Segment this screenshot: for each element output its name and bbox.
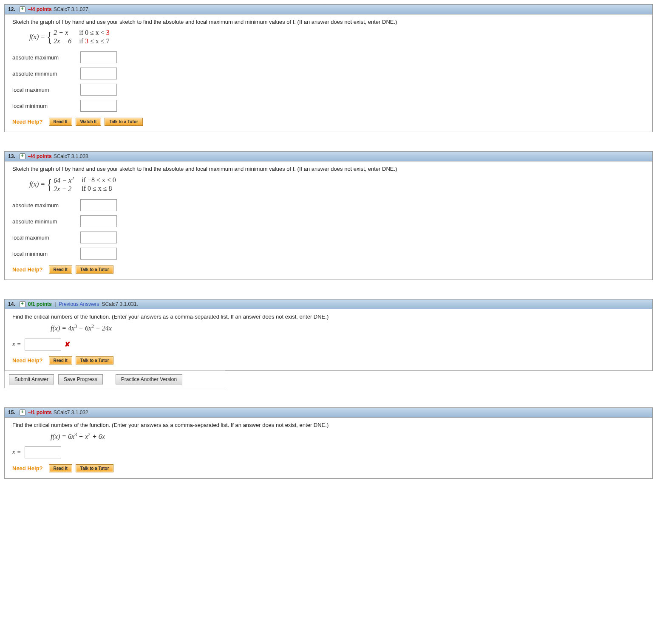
locmax-input[interactable] — [80, 232, 117, 243]
absmin-label: absolute minimum — [12, 218, 80, 225]
absmax-input[interactable] — [80, 199, 117, 211]
save-progress-button[interactable]: Save Progress — [58, 374, 103, 384]
x-equals-label: x = — [12, 341, 21, 348]
talk-tutor-button[interactable]: Talk to a Tutor — [76, 464, 113, 472]
function-equation: f(x) = 6x3 + x2 + 6x — [51, 432, 645, 441]
locmin-label: local minimum — [12, 103, 80, 109]
read-it-button[interactable]: Read It — [49, 266, 72, 274]
piece-1: 64 − x2 — [54, 175, 74, 185]
submit-answer-button[interactable]: Submit Answer — [9, 374, 54, 384]
need-help-label: Need Help? — [12, 357, 43, 364]
absmin-input[interactable] — [80, 68, 117, 79]
x-equals-label: x = — [12, 449, 21, 456]
x-input[interactable] — [25, 446, 61, 458]
absmax-label: absolute maximum — [12, 202, 80, 209]
locmin-label: local minimum — [12, 251, 80, 257]
question-number: 13. — [8, 153, 15, 159]
question-header: 14. + 0/1 points | Previous Answers SCal… — [5, 299, 652, 309]
locmax-label: local maximum — [12, 234, 80, 241]
read-it-button[interactable]: Read It — [49, 464, 72, 472]
practice-another-button[interactable]: Practice Another Version — [116, 374, 182, 384]
question-ref: SCalc7 3.1.027. — [54, 6, 90, 12]
question-ref: SCalc7 3.1.032. — [54, 410, 90, 415]
previous-answers-link[interactable]: Previous Answers — [59, 301, 99, 307]
question-15: 15. + –/1 points SCalc7 3.1.032. Find th… — [4, 407, 653, 479]
brace-icon: { — [47, 30, 51, 44]
watch-it-button[interactable]: Watch It — [76, 118, 102, 126]
question-footer: Submit Answer Save Progress Practice Ano… — [4, 370, 225, 388]
expand-icon[interactable]: + — [20, 410, 25, 415]
need-help-label: Need Help? — [12, 465, 43, 472]
question-header: 15. + –/1 points SCalc7 3.1.032. — [5, 408, 652, 418]
expand-icon[interactable]: + — [20, 153, 25, 159]
question-header: 13. + –/4 points SCalc7 3.1.028. — [5, 152, 652, 161]
question-number: 14. — [8, 301, 15, 307]
expand-icon[interactable]: + — [20, 6, 25, 12]
piece-2: 2x − 2 — [54, 185, 74, 193]
fx-label: f(x) = — [29, 33, 45, 41]
locmax-input[interactable] — [80, 84, 117, 96]
points-label: –/1 points — [28, 410, 52, 415]
piece-1: 2 − x — [54, 28, 71, 37]
need-help-label: Need Help? — [12, 119, 43, 125]
instruction-text: Sketch the graph of f by hand and use yo… — [12, 19, 645, 25]
talk-tutor-button[interactable]: Talk to a Tutor — [76, 356, 113, 364]
cond-1: if −8 ≤ x < 0 — [82, 176, 116, 184]
expand-icon[interactable]: + — [20, 301, 25, 307]
cond-2: if 3 ≤ x ≤ 7 — [79, 37, 110, 45]
locmax-label: local maximum — [12, 87, 80, 93]
read-it-button[interactable]: Read It — [49, 118, 72, 126]
instruction-text: Find the critical numbers of the functio… — [12, 314, 645, 320]
absmin-input[interactable] — [80, 215, 117, 227]
absmin-label: absolute minimum — [12, 71, 80, 77]
talk-tutor-button[interactable]: Talk to a Tutor — [76, 266, 113, 274]
question-ref: SCalc7 3.1.028. — [54, 153, 90, 159]
need-help-label: Need Help? — [12, 266, 43, 273]
function-equation: f(x) = 4x3 − 6x2 − 24x — [51, 323, 645, 332]
piece-2: 2x − 6 — [54, 37, 71, 45]
talk-tutor-button[interactable]: Talk to a Tutor — [105, 118, 142, 126]
absmax-label: absolute maximum — [12, 54, 80, 61]
function-definition: f(x) = { 2 − x 2x − 6 if 0 ≤ x < 3 if 3 … — [29, 28, 645, 45]
x-input[interactable] — [25, 339, 61, 350]
question-number: 15. — [8, 410, 15, 415]
fx-label: f(x) = — [29, 181, 45, 188]
brace-icon: { — [47, 177, 51, 192]
instruction-text: Find the critical numbers of the functio… — [12, 422, 645, 428]
question-number: 12. — [8, 6, 15, 12]
question-ref: SCalc7 3.1.031. — [102, 301, 138, 307]
separator: | — [52, 301, 59, 307]
cond-2: if 0 ≤ x ≤ 8 — [82, 184, 116, 193]
read-it-button[interactable]: Read It — [49, 356, 72, 364]
points-label: –/4 points — [28, 6, 52, 12]
locmin-input[interactable] — [80, 248, 117, 260]
question-12: 12. + –/4 points SCalc7 3.1.027. Sketch … — [4, 4, 653, 132]
instruction-text: Sketch the graph of f by hand and use yo… — [12, 166, 645, 172]
wrong-icon: ✘ — [65, 340, 70, 348]
function-definition: f(x) = { 64 − x2 2x − 2 if −8 ≤ x < 0 if… — [29, 175, 645, 193]
absmax-input[interactable] — [80, 51, 117, 63]
question-13: 13. + –/4 points SCalc7 3.1.028. Sketch … — [4, 151, 653, 280]
points-label: –/4 points — [28, 153, 52, 159]
question-header: 12. + –/4 points SCalc7 3.1.027. — [5, 5, 652, 14]
cond-1: if 0 ≤ x < 3 — [79, 28, 110, 37]
question-14: 14. + 0/1 points | Previous Answers SCal… — [4, 299, 653, 370]
locmin-input[interactable] — [80, 100, 117, 112]
points-label: 0/1 points — [28, 301, 52, 307]
